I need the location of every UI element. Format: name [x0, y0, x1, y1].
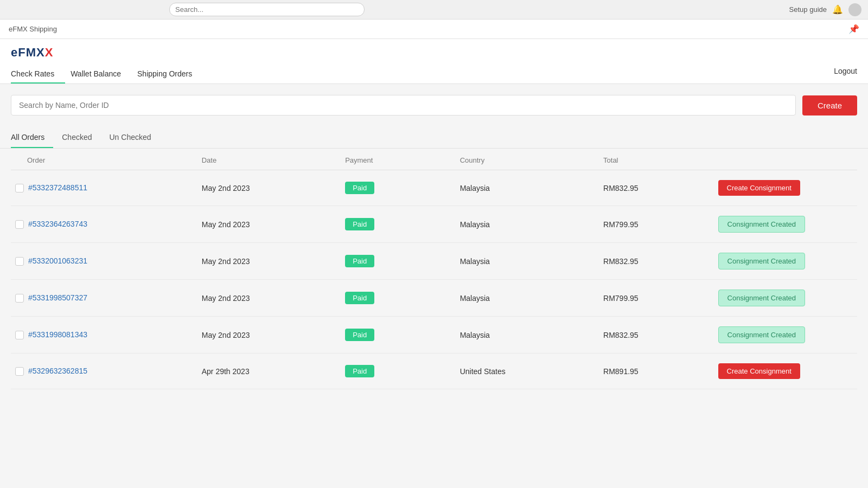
row-checkbox[interactable]: [15, 220, 24, 229]
browser-url-input[interactable]: [169, 3, 365, 16]
browser-bar: Setup guide 🔔: [0, 0, 868, 20]
row-checkbox[interactable]: [15, 294, 24, 303]
logo-text-x: X: [45, 46, 53, 60]
col-header-country: Country: [456, 149, 599, 170]
app-title: eFMX Shipping: [9, 25, 57, 33]
tabs-bar: All Orders Checked Un Checked: [0, 126, 868, 149]
order-cell: #5329632362815: [11, 354, 197, 389]
order-id-link[interactable]: #5331998081343: [28, 330, 87, 339]
order-id-link[interactable]: #5332364263743: [28, 220, 87, 228]
search-input[interactable]: [11, 95, 796, 115]
logout-button[interactable]: Logout: [834, 67, 857, 81]
order-id-link[interactable]: #5332372488511: [28, 183, 87, 192]
nav: Check Rates Wallet Balance Shipping Orde…: [11, 64, 857, 84]
payment-cell: Paid: [341, 206, 456, 243]
payment-cell: Paid: [341, 354, 456, 389]
country-cell: Malaysia: [456, 170, 599, 206]
date-cell: May 2nd 2023: [197, 206, 341, 243]
app-title-bar: eFMX Shipping 📌: [0, 20, 868, 39]
bell-icon[interactable]: 🔔: [832, 4, 843, 15]
date-cell: May 2nd 2023: [197, 280, 341, 317]
create-consignment-button[interactable]: Create Consignment: [718, 180, 800, 196]
date-cell: May 2nd 2023: [197, 317, 341, 354]
date-cell: May 2nd 2023: [197, 170, 341, 206]
nav-item-shipping-orders[interactable]: Shipping Orders: [137, 64, 203, 84]
consignment-created-button: Consignment Created: [718, 290, 805, 306]
avatar-icon[interactable]: [848, 3, 861, 16]
nav-item-wallet-balance[interactable]: Wallet Balance: [71, 64, 132, 84]
table-row: #5332001063231May 2nd 2023PaidMalaysiaRM…: [11, 243, 857, 280]
order-cell: #5332372488511: [11, 170, 197, 206]
order-cell: #5332001063231: [11, 243, 197, 280]
consignment-created-button: Consignment Created: [718, 216, 805, 233]
total-cell: RM832.95: [599, 243, 714, 280]
total-cell: RM891.95: [599, 354, 714, 389]
col-header-date: Date: [197, 149, 341, 170]
total-cell: RM799.95: [599, 280, 714, 317]
table-row: #5331998507327May 2nd 2023PaidMalaysiaRM…: [11, 280, 857, 317]
header: eFMXX Check Rates Wallet Balance Shippin…: [0, 39, 868, 84]
payment-badge: Paid: [345, 182, 374, 194]
action-cell: Create Consignment: [714, 170, 857, 206]
action-cell: Consignment Created: [714, 206, 857, 243]
date-cell: May 2nd 2023: [197, 243, 341, 280]
total-cell: RM832.95: [599, 170, 714, 206]
country-cell: Malaysia: [456, 317, 599, 354]
action-cell: Consignment Created: [714, 280, 857, 317]
search-bar: Create: [0, 84, 868, 126]
tab-all-orders[interactable]: All Orders: [11, 126, 53, 148]
payment-cell: Paid: [341, 317, 456, 354]
consignment-created-button: Consignment Created: [718, 253, 805, 269]
order-id-link[interactable]: #5332001063231: [28, 256, 87, 265]
table-row: #5332372488511May 2nd 2023PaidMalaysiaRM…: [11, 170, 857, 206]
table-row: #5331998081343May 2nd 2023PaidMalaysiaRM…: [11, 317, 857, 354]
setup-guide-label: Setup guide: [789, 5, 827, 14]
order-cell: #5332364263743: [11, 206, 197, 243]
table-container: Order Date Payment Country Total #533237…: [0, 149, 868, 400]
col-header-total: Total: [599, 149, 714, 170]
payment-cell: Paid: [341, 170, 456, 206]
col-header-payment: Payment: [341, 149, 456, 170]
country-cell: Malaysia: [456, 280, 599, 317]
tab-checked[interactable]: Checked: [62, 126, 100, 148]
action-cell: Consignment Created: [714, 317, 857, 354]
nav-item-check-rates[interactable]: Check Rates: [11, 64, 65, 84]
action-cell: Create Consignment: [714, 354, 857, 389]
row-checkbox[interactable]: [15, 367, 24, 376]
payment-cell: Paid: [341, 280, 456, 317]
payment-badge: Paid: [345, 255, 374, 267]
table-row: #5332364263743May 2nd 2023PaidMalaysiaRM…: [11, 206, 857, 243]
col-header-order: Order: [11, 149, 197, 170]
date-cell: Apr 29th 2023: [197, 354, 341, 389]
consignment-created-button: Consignment Created: [718, 326, 805, 343]
create-consignment-button[interactable]: Create Consignment: [718, 363, 800, 379]
logo: eFMXX: [11, 46, 857, 60]
pin-icon[interactable]: 📌: [848, 24, 859, 34]
payment-cell: Paid: [341, 243, 456, 280]
payment-badge: Paid: [345, 365, 374, 377]
order-cell: #5331998081343: [11, 317, 197, 354]
table-row: #5329632362815Apr 29th 2023PaidUnited St…: [11, 354, 857, 389]
orders-table: Order Date Payment Country Total #533237…: [11, 149, 857, 389]
payment-badge: Paid: [345, 292, 374, 304]
total-cell: RM799.95: [599, 206, 714, 243]
order-id-link[interactable]: #5329632362815: [28, 367, 87, 375]
browser-bar-right: Setup guide 🔔: [789, 3, 861, 16]
order-cell: #5331998507327: [11, 280, 197, 317]
row-checkbox[interactable]: [15, 257, 24, 266]
create-button[interactable]: Create: [802, 95, 857, 115]
country-cell: Malaysia: [456, 206, 599, 243]
logo-text-main: eFMX: [11, 46, 45, 60]
row-checkbox[interactable]: [15, 331, 24, 339]
tab-unchecked[interactable]: Un Checked: [110, 126, 160, 148]
col-header-action: [714, 149, 857, 170]
action-cell: Consignment Created: [714, 243, 857, 280]
payment-badge: Paid: [345, 218, 374, 230]
payment-badge: Paid: [345, 329, 374, 341]
table-header-row: Order Date Payment Country Total: [11, 149, 857, 170]
country-cell: Malaysia: [456, 243, 599, 280]
country-cell: United States: [456, 354, 599, 389]
order-id-link[interactable]: #5331998507327: [28, 293, 87, 302]
row-checkbox[interactable]: [15, 184, 24, 192]
total-cell: RM832.95: [599, 317, 714, 354]
